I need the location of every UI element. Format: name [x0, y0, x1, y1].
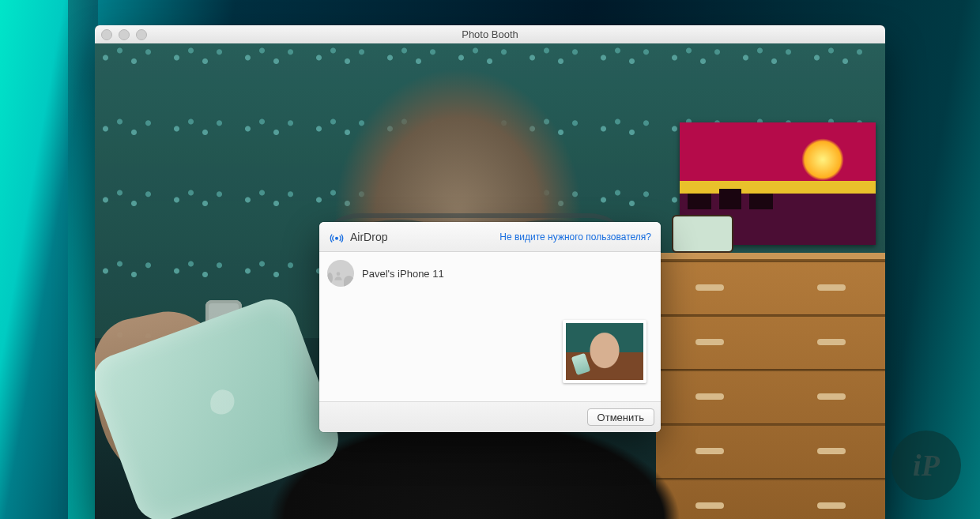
svg-point-0: [335, 236, 338, 239]
watermark-text: iP: [913, 448, 940, 483]
zoom-icon[interactable]: [136, 29, 147, 40]
window-traffic-lights: [101, 29, 147, 40]
desktop-background: Photo Booth: [0, 0, 980, 519]
cancel-button[interactable]: Отменить: [587, 408, 654, 426]
airdrop-body: Pavel's iPhone 11: [319, 252, 661, 401]
airdrop-recipient[interactable]: Pavel's iPhone 11: [319, 252, 661, 295]
airdrop-help-link[interactable]: Не видите нужного пользователя?: [499, 231, 651, 243]
wallpaper-accent-stripe: [68, 0, 98, 519]
svg-point-1: [337, 272, 341, 276]
person-silhouette-icon: [327, 260, 354, 287]
airdrop-title: AirDrop: [350, 231, 387, 243]
minimize-icon[interactable]: [119, 29, 130, 40]
airdrop-header: AirDrop Не видите нужного пользователя?: [319, 222, 661, 252]
airdrop-share-sheet: AirDrop Не видите нужного пользователя? …: [319, 222, 661, 432]
window-titlebar[interactable]: Photo Booth: [95, 25, 885, 44]
airdrop-photo-preview[interactable]: [563, 320, 646, 383]
watermark-badge: iP: [891, 431, 961, 500]
scene-dresser-items: [664, 221, 877, 253]
airdrop-icon: [329, 229, 345, 245]
close-icon[interactable]: [101, 29, 112, 40]
photo-thumbnail: [566, 323, 643, 380]
scene-purse: [672, 215, 733, 253]
window-title: Photo Booth: [95, 28, 885, 40]
airdrop-recipient-name: Pavel's iPhone 11: [362, 268, 444, 280]
airdrop-footer: Отменить: [319, 401, 661, 432]
